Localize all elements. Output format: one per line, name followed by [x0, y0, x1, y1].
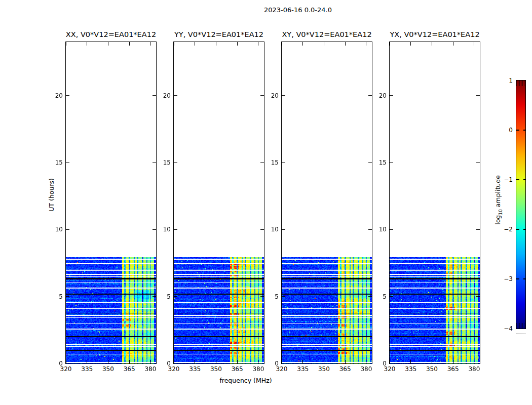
y-tick-mark: [260, 163, 264, 163]
y-tick-mark: [282, 229, 285, 230]
x-tick-label: 335: [189, 366, 201, 373]
y-tick-mark: [260, 229, 264, 230]
x-tick-mark: [108, 360, 108, 363]
y-tick-label: 15: [271, 159, 279, 166]
y-tick-mark: [153, 296, 156, 297]
colorbar-tick-mark: [523, 229, 525, 230]
x-tick-mark: [324, 360, 324, 363]
x-tick-mark: [195, 42, 195, 46]
y-tick-label: 5: [167, 293, 171, 300]
colorbar-tick-label: −2: [504, 226, 513, 233]
y-tick-mark: [153, 229, 156, 230]
y-tick-label: 20: [163, 92, 171, 99]
spectrogram-canvas-xx: [66, 257, 156, 363]
colorbar-label-sub: 10: [498, 209, 503, 215]
x-tick-mark: [87, 360, 87, 363]
y-tick-mark: [153, 163, 156, 163]
colorbar-tick-label: 1: [509, 77, 513, 84]
x-tick-label: 335: [81, 366, 93, 373]
x-tick-mark: [432, 42, 432, 46]
y-tick-mark: [390, 296, 393, 297]
x-tick-mark: [150, 360, 150, 363]
y-tick-mark: [153, 363, 156, 364]
y-tick-mark: [174, 363, 177, 364]
x-tick-label: 350: [426, 366, 438, 373]
y-tick-mark: [260, 95, 264, 96]
x-tick-mark: [87, 42, 87, 46]
x-tick-mark: [302, 42, 303, 46]
y-tick-label: 5: [59, 293, 63, 300]
x-tick-mark: [302, 360, 303, 363]
y-tick-mark: [174, 95, 177, 96]
y-tick-mark: [174, 229, 177, 230]
x-tick-mark: [432, 360, 432, 363]
y-tick-mark: [282, 163, 285, 163]
y-tick-mark: [174, 163, 177, 163]
figure-title: 2023-06-16 0.0-24.0: [264, 6, 332, 14]
y-tick-label: 0: [167, 360, 171, 367]
x-tick-mark: [195, 360, 195, 363]
spectrogram-canvas-xy: [282, 257, 372, 363]
y-tick-mark: [476, 95, 480, 96]
colorbar-tick-mark: [523, 130, 525, 131]
panel-title-xx: XX, V0*V12=EA01*EA12: [66, 30, 156, 38]
spectrogram-panel-xy: [281, 42, 372, 364]
x-tick-mark: [410, 360, 411, 363]
y-tick-label: 20: [55, 92, 63, 99]
x-tick-label: 350: [318, 366, 330, 373]
y-tick-label: 15: [55, 159, 63, 166]
colorbar-label: log10 amplitude: [494, 175, 503, 225]
y-tick-mark: [476, 229, 480, 230]
colorbar-label-prefix: log: [494, 215, 502, 225]
y-tick-mark: [282, 363, 285, 364]
y-tick-mark: [282, 95, 285, 96]
x-tick-label: 380: [468, 366, 480, 373]
y-tick-mark: [66, 296, 69, 297]
y-tick-label: 15: [163, 159, 171, 166]
y-tick-label: 0: [59, 360, 63, 367]
spectrogram-panel-yy: [173, 42, 264, 364]
y-tick-label: 20: [271, 92, 279, 99]
y-tick-mark: [390, 95, 393, 96]
figure: 2023-06-16 0.0-24.0 XX, V0*V12=EA01*EA12…: [0, 0, 532, 405]
colorbar-hatch-bottom: [516, 323, 525, 329]
y-tick-mark: [390, 229, 393, 230]
panel-title-yy: YY, V0*V12=EA01*EA12: [174, 30, 263, 38]
colorbar-tick-label: −4: [504, 325, 513, 332]
x-tick-mark: [150, 42, 150, 46]
x-tick-label: 380: [252, 366, 264, 373]
y-tick-mark: [476, 163, 480, 163]
y-tick-mark: [476, 363, 480, 364]
x-tick-label: 365: [447, 366, 459, 373]
y-tick-mark: [368, 363, 372, 364]
x-axis-label: frequency (MHz): [219, 377, 272, 384]
colorbar-tick-mark: [516, 278, 519, 279]
x-tick-mark: [282, 42, 282, 46]
y-tick-mark: [174, 296, 177, 297]
x-tick-label: 365: [339, 366, 351, 373]
colorbar-tick-mark: [516, 130, 519, 131]
y-tick-label: 0: [383, 360, 387, 367]
x-tick-mark: [216, 360, 216, 363]
x-tick-mark: [345, 42, 346, 46]
x-tick-mark: [237, 360, 238, 363]
colorbar-tick-mark: [516, 229, 519, 230]
colorbar-tick-label: −1: [504, 176, 513, 183]
colorbar-tick-label: −3: [504, 275, 513, 282]
y-tick-mark: [66, 229, 69, 230]
x-tick-label: 335: [297, 366, 309, 373]
colorbar: [516, 80, 526, 329]
spectrogram-panel-xx: [65, 42, 157, 364]
y-tick-mark: [282, 296, 285, 297]
x-tick-mark: [129, 360, 130, 363]
x-tick-mark: [108, 42, 108, 46]
x-tick-mark: [345, 360, 346, 363]
y-tick-mark: [390, 163, 393, 163]
x-tick-mark: [366, 360, 366, 363]
colorbar-tick-mark: [523, 179, 525, 180]
y-tick-label: 15: [379, 159, 387, 166]
y-tick-mark: [368, 296, 372, 297]
spectrogram-canvas-yx: [390, 257, 480, 363]
x-tick-mark: [453, 360, 453, 363]
y-tick-label: 10: [379, 226, 387, 233]
